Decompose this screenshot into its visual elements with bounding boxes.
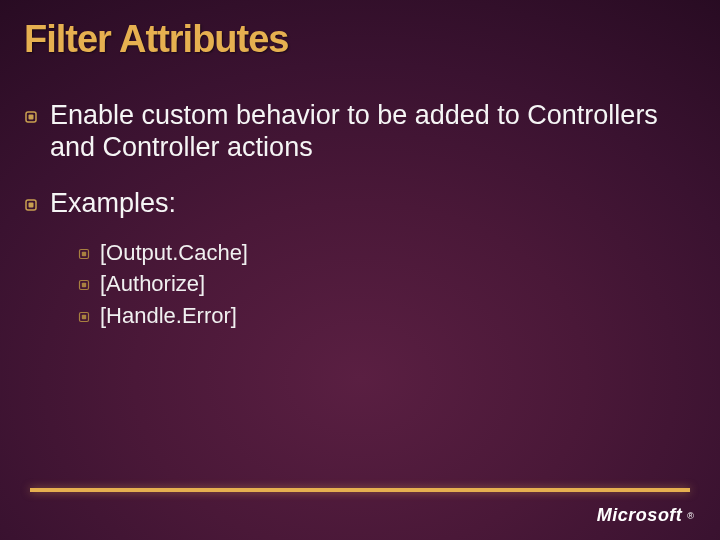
bullet-icon <box>78 277 90 289</box>
bullet-icon <box>24 110 38 124</box>
registered-mark: ® <box>687 511 694 521</box>
bullet-icon <box>24 198 38 212</box>
svg-rect-1 <box>29 115 34 120</box>
bullet-icon <box>78 309 90 321</box>
logo-text: Microsoft <box>597 505 683 526</box>
svg-rect-7 <box>82 283 86 287</box>
divider-bar <box>30 488 690 492</box>
sub-bullet-item: [Authorize] <box>78 269 696 299</box>
bullet-text: Enable custom behavior to be added to Co… <box>50 100 696 164</box>
svg-rect-9 <box>82 315 86 319</box>
sub-bullet-item: [Output.Cache] <box>78 238 696 268</box>
sub-bullet-list: [Output.Cache] [Authorize] [Handle.Error… <box>78 238 696 331</box>
slide-title: Filter Attributes <box>24 18 289 61</box>
bullet-icon <box>78 246 90 258</box>
bullet-item: Enable custom behavior to be added to Co… <box>24 100 696 164</box>
sub-bullet-item: [Handle.Error] <box>78 301 696 331</box>
bullet-item: Examples: <box>24 188 696 220</box>
microsoft-logo: Microsoft® <box>597 505 694 526</box>
sub-bullet-text: [Output.Cache] <box>100 238 248 268</box>
slide-content: Enable custom behavior to be added to Co… <box>24 100 696 333</box>
svg-rect-5 <box>82 251 86 255</box>
sub-bullet-text: [Authorize] <box>100 269 205 299</box>
svg-rect-3 <box>29 202 34 207</box>
bullet-text: Examples: <box>50 188 176 220</box>
sub-bullet-text: [Handle.Error] <box>100 301 237 331</box>
